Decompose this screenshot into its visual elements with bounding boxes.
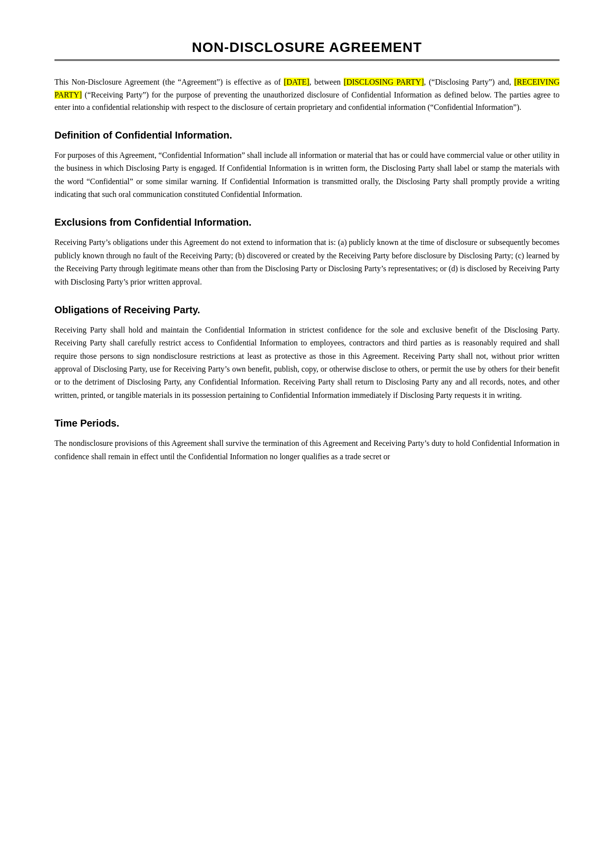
intro-text-before-date: This Non-Disclosure Agreement (the “Agre… [54, 78, 284, 86]
intro-paragraph: This Non-Disclosure Agreement (the “Agre… [54, 76, 560, 114]
section-definition: Definition of Confidential Information. … [54, 130, 560, 201]
title-divider [54, 59, 560, 61]
section-time-periods: Time Periods. The nondisclosure provisio… [54, 418, 560, 463]
document-page: NON-DISCLOSURE AGREEMENT This Non-Disclo… [0, 0, 614, 868]
section-definition-heading: Definition of Confidential Information. [54, 130, 560, 141]
section-obligations-body: Receiving Party shall hold and maintain … [54, 324, 560, 402]
intro-text-after-date: , between [309, 78, 344, 86]
intro-text-after-disclosing: , (“Disclosing Party”) and, [424, 78, 514, 86]
section-time-periods-body: The nondisclosure provisions of this Agr… [54, 437, 560, 463]
section-definition-body: For purposes of this Agreement, “Confide… [54, 149, 560, 201]
section-obligations: Obligations of Receiving Party. Receivin… [54, 304, 560, 402]
section-time-periods-heading: Time Periods. [54, 418, 560, 429]
intro-text-after-receiving: (“Receiving Party”) for the purpose of p… [54, 91, 560, 112]
section-obligations-heading: Obligations of Receiving Party. [54, 304, 560, 316]
section-exclusions: Exclusions from Confidential Information… [54, 217, 560, 289]
date-placeholder: [DATE] [284, 78, 309, 86]
document-title: NON-DISCLOSURE AGREEMENT [54, 40, 560, 55]
section-exclusions-body: Receiving Party’s obligations under this… [54, 236, 560, 289]
section-exclusions-heading: Exclusions from Confidential Information… [54, 217, 560, 228]
disclosing-party-placeholder: [DISCLOSING PARTY] [344, 78, 424, 86]
